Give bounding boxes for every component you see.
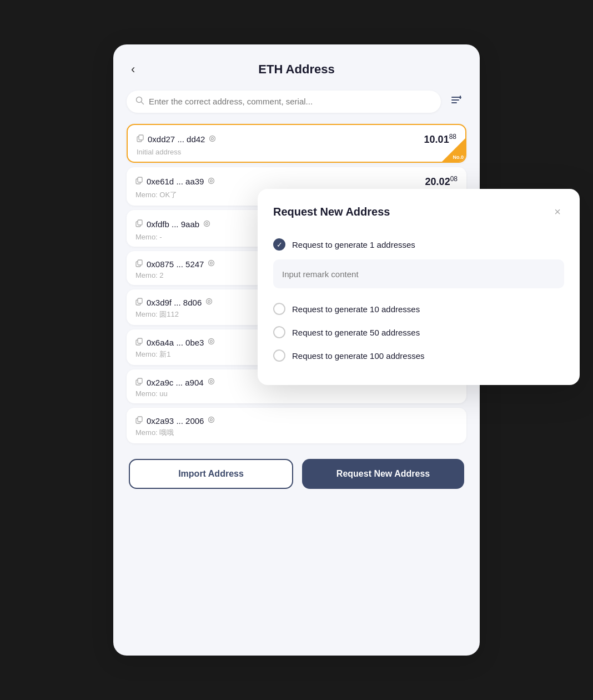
radio-option[interactable]: Request to generate 100 addresses	[273, 344, 564, 367]
address-memo: Memo: 圆112	[135, 309, 179, 319]
address-text: 0xfdfb ... 9aab	[147, 219, 199, 229]
radio-button[interactable]	[273, 303, 285, 315]
svg-point-33	[208, 379, 214, 384]
svg-point-25	[207, 299, 212, 304]
address-memo: Memo: -	[135, 233, 162, 241]
scan-icon[interactable]	[203, 219, 211, 229]
dialog-overlay: Request New Address × ✓ Request to gener…	[258, 189, 580, 385]
address-left: 0x2a9c ... a904	[135, 377, 215, 387]
address-memo: Memo: uu	[135, 389, 168, 398]
svg-point-26	[208, 301, 210, 303]
address-left: 0xe61d ... aa39	[135, 177, 215, 187]
address-left: 0xdd27 ... dd42	[137, 134, 217, 144]
address-bottom: Initial address	[137, 148, 456, 156]
check-mark: ✓	[277, 241, 283, 249]
svg-point-17	[204, 221, 210, 226]
address-text: 0xdd27 ... dd42	[148, 134, 205, 144]
page-title: ETH Address	[258, 62, 334, 77]
svg-line-1	[142, 102, 144, 104]
address-memo: Memo: 2	[135, 271, 164, 279]
footer-buttons: Import Address Request New Address	[127, 459, 466, 489]
scan-icon[interactable]	[207, 377, 215, 387]
svg-point-13	[209, 178, 214, 183]
import-address-button[interactable]: Import Address	[129, 459, 293, 489]
svg-point-18	[206, 222, 208, 224]
svg-marker-6	[459, 98, 461, 99]
address-text: 0x6a4a ... 0be3	[147, 338, 204, 347]
copy-icon[interactable]	[137, 134, 144, 144]
address-item[interactable]: 0x2a93 ... 2006 Memo: 哦哦	[127, 408, 466, 443]
radio-button[interactable]	[273, 349, 285, 362]
svg-point-21	[209, 261, 214, 266]
address-amount: 20.0208	[425, 175, 458, 188]
scan-icon[interactable]	[205, 297, 213, 307]
back-button[interactable]: ‹	[127, 60, 139, 79]
svg-rect-24	[138, 298, 142, 303]
radio-options: ✓ Request to generate 1 addresses Reques…	[273, 233, 564, 367]
address-left: 0x3d9f ... 8d06	[135, 297, 213, 307]
copy-icon[interactable]	[135, 259, 143, 269]
svg-rect-20	[138, 260, 142, 265]
search-box	[127, 91, 441, 113]
copy-icon[interactable]	[135, 378, 143, 387]
address-left: 0x2a93 ... 2006	[135, 416, 215, 426]
svg-point-9	[210, 136, 215, 141]
radio-label: Request to generate 100 addresses	[292, 351, 425, 361]
radio-option[interactable]: Request to generate 50 addresses	[273, 321, 564, 344]
address-item[interactable]: 0xdd27 ... dd42 10.0188 Initial address …	[127, 124, 466, 163]
svg-point-10	[212, 137, 214, 139]
remark-input[interactable]	[273, 259, 564, 288]
dialog-title: Request New Address	[273, 206, 390, 218]
radio-option[interactable]: Request to generate 10 addresses	[273, 297, 564, 321]
address-left: 0x6a4a ... 0be3	[135, 337, 215, 347]
svg-point-34	[210, 381, 212, 383]
scan-icon[interactable]	[208, 134, 217, 144]
address-text: 0x2a9c ... a904	[147, 378, 204, 387]
address-memo: Memo: 哦哦	[135, 428, 174, 438]
radio-label: Request to generate 1 addresses	[292, 240, 415, 249]
search-icon	[135, 96, 144, 107]
search-row	[127, 90, 466, 113]
svg-point-14	[210, 179, 213, 182]
corner-no-label: No.0	[453, 154, 464, 160]
filter-button[interactable]	[446, 90, 466, 113]
request-new-address-button[interactable]: Request New Address	[302, 459, 464, 489]
radio-label: Request to generate 10 addresses	[292, 304, 420, 314]
svg-rect-16	[138, 220, 142, 225]
scan-icon[interactable]	[207, 177, 215, 187]
address-row: 0xe61d ... aa39 20.0208	[135, 175, 458, 188]
address-memo: Initial address	[137, 148, 181, 156]
svg-rect-12	[138, 177, 142, 182]
svg-rect-32	[138, 378, 142, 383]
svg-point-38	[210, 419, 213, 421]
search-input[interactable]	[149, 97, 432, 106]
header: ‹ ETH Address	[127, 62, 466, 77]
copy-icon[interactable]	[135, 338, 143, 347]
svg-point-22	[210, 262, 213, 264]
dialog-close-button[interactable]: ×	[551, 204, 564, 219]
address-row: 0xdd27 ... dd42 10.0188	[137, 133, 456, 146]
svg-point-29	[209, 339, 214, 344]
address-memo: Memo: 新1	[135, 349, 171, 359]
svg-rect-8	[139, 135, 143, 140]
svg-rect-36	[138, 417, 142, 422]
radio-button[interactable]	[273, 326, 285, 338]
copy-icon[interactable]	[135, 177, 143, 186]
radio-option[interactable]: ✓ Request to generate 1 addresses	[273, 233, 564, 256]
main-card: ‹ ETH Address	[113, 44, 480, 656]
scan-icon[interactable]	[207, 416, 215, 426]
radio-button[interactable]: ✓	[273, 238, 285, 251]
copy-icon[interactable]	[135, 416, 143, 426]
address-text: 0x3d9f ... 8d06	[147, 298, 202, 307]
copy-icon[interactable]	[135, 219, 143, 229]
dialog-header: Request New Address ×	[273, 204, 564, 219]
address-text: 0xe61d ... aa39	[147, 177, 204, 186]
scan-icon[interactable]	[207, 337, 215, 347]
address-bottom: Memo: 哦哦	[135, 428, 458, 438]
request-new-address-dialog: Request New Address × ✓ Request to gener…	[258, 189, 580, 385]
address-text: 0x0875 ... 5247	[147, 259, 204, 269]
copy-icon[interactable]	[135, 298, 143, 307]
address-memo: Memo: OK了	[135, 190, 177, 200]
scan-icon[interactable]	[207, 259, 215, 269]
svg-point-30	[210, 341, 213, 343]
